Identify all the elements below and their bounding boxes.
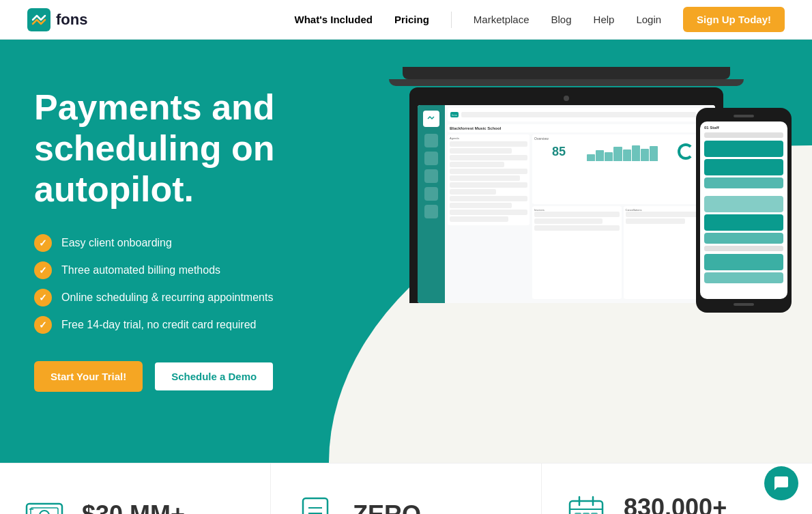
laptop-screen: fons Blackforrest Music School Agenda [418,105,715,303]
money-icon [24,494,65,514]
logo-text: fons [56,11,87,29]
svg-rect-0 [27,8,50,31]
check-icon-4: ✓ [34,316,52,334]
laptop-foot [389,79,744,86]
hero-content: Payments and scheduling on autopilot. ✓ … [0,40,355,419]
nav-login[interactable]: Login [636,14,661,25]
chat-icon [773,475,789,491]
nav-divider [451,12,452,28]
nav-marketplace[interactable]: Marketplace [474,14,530,25]
calendar-icon-wrap [562,491,610,514]
navbar: fons What's Included Pricing Marketplace… [0,0,812,40]
phone-mockup: 01 Staff [696,108,792,313]
stat-number-appointments: 830,000+ [624,496,727,514]
stats-section: $30 MM+ ZERO [0,463,812,514]
hero-section: Payments and scheduling on autopilot. ✓ … [0,40,812,463]
check-icon-1: ✓ [34,234,52,252]
stat-number-zero: ZERO [353,502,421,514]
trial-button[interactable]: Start Your Trial! [34,361,143,392]
chat-widget[interactable] [764,466,798,500]
svg-point-3 [40,511,49,514]
document-icon-wrap [291,491,339,514]
feature-item-4: ✓ Free 14-day trial, no credit card requ… [34,316,355,334]
nav-help[interactable]: Help [594,14,615,25]
feature-text-2: Three automated billing methods [61,264,220,276]
signup-button[interactable]: Sign Up Today! [683,7,785,32]
feature-text-3: Online scheduling & recurring appointmen… [61,291,273,304]
stat-card-zero: ZERO [271,463,542,514]
hero-buttons: Start Your Trial! Schedule a Demo [34,361,355,392]
stat-info-zero: ZERO [353,502,421,514]
hero-devices: fons Blackforrest Music School Agenda [409,53,792,422]
check-icon-2: ✓ [34,261,52,279]
svg-rect-10 [570,501,603,514]
feature-text-4: Free 14-day trial, no credit card requir… [61,319,256,331]
nav-center: What's Included Pricing Marketplace Blog… [295,7,785,32]
hero-title: Payments and scheduling on autopilot. [34,87,355,210]
feature-item-2: ✓ Three automated billing methods [34,261,355,279]
logo[interactable]: fons [27,8,87,31]
document-icon [295,494,336,514]
nav-blog[interactable]: Blog [551,14,572,25]
stat-card-money: $30 MM+ [0,463,271,514]
logo-icon [27,8,50,31]
laptop-mockup: fons Blackforrest Music School Agenda [409,67,744,86]
stat-number-money: $30 MM+ [82,502,185,514]
money-icon-wrap [20,491,68,514]
stat-info-appointments: 830,000+ Appointments [624,496,727,514]
laptop-camera [564,96,569,101]
demo-button[interactable]: Schedule a Demo [154,361,274,392]
hero-features-list: ✓ Easy client onboarding ✓ Three automat… [34,234,355,334]
svg-rect-6 [303,498,328,514]
check-icon-3: ✓ [34,289,52,306]
laptop-base [403,67,730,79]
nav-pricing[interactable]: Pricing [394,14,429,25]
nav-whats-included[interactable]: What's Included [295,14,373,25]
stat-info-money: $30 MM+ [82,502,185,514]
feature-text-1: Easy client onboarding [61,237,172,249]
calendar-icon [566,494,607,514]
feature-item-1: ✓ Easy client onboarding [34,234,355,252]
feature-item-3: ✓ Online scheduling & recurring appointm… [34,289,355,306]
phone-screen: 01 Staff [700,122,787,299]
